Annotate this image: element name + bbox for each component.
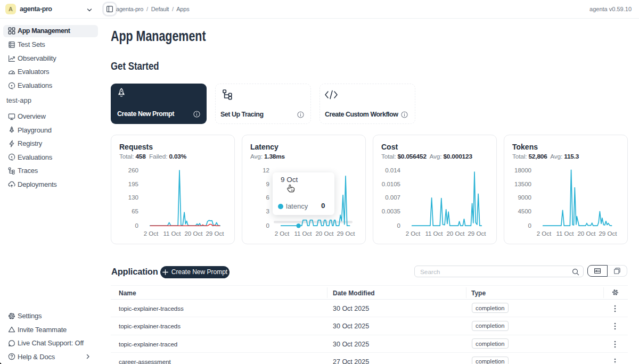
svg-text:0.0035: 0.0035 [382,208,400,214]
svg-text:0: 0 [397,222,400,229]
svg-text:65: 65 [132,208,138,214]
svg-text:2 Oct: 2 Oct [537,230,552,237]
svg-text:2 Oct: 2 Oct [144,230,159,237]
svg-text:0.007: 0.007 [385,194,400,201]
svg-text:0.014: 0.014 [385,167,400,173]
svg-text:4500: 4500 [518,208,531,214]
svg-text:0: 0 [528,222,531,229]
svg-text:2 Oct: 2 Oct [406,230,421,237]
svg-text:9: 9 [266,181,269,187]
svg-text:11 Oct: 11 Oct [556,230,574,237]
svg-text:29 Oct: 29 Oct [599,230,617,237]
svg-text:29 Oct: 29 Oct [337,230,355,237]
svg-text:0: 0 [135,222,138,229]
svg-text:0.0105: 0.0105 [382,181,400,187]
svg-text:6: 6 [266,194,269,201]
svg-text:260: 260 [128,167,138,173]
svg-text:29 Oct: 29 Oct [206,230,224,237]
svg-text:2 Oct: 2 Oct [275,230,290,237]
svg-text:0: 0 [266,222,269,229]
svg-text:13500: 13500 [514,181,531,187]
svg-text:11 Oct: 11 Oct [425,230,443,237]
svg-text:18000: 18000 [514,167,531,173]
svg-text:20 Oct: 20 Oct [577,230,596,237]
svg-text:3: 3 [266,208,269,214]
svg-text:20 Oct: 20 Oct [315,230,334,237]
svg-text:195: 195 [128,181,138,187]
svg-text:11 Oct: 11 Oct [294,230,312,237]
svg-text:20 Oct: 20 Oct [184,230,203,237]
svg-text:12: 12 [263,167,269,173]
svg-text:130: 130 [128,194,138,201]
svg-text:29 Oct: 29 Oct [468,230,486,237]
svg-text:20 Oct: 20 Oct [446,230,465,237]
svg-text:9000: 9000 [518,194,531,201]
svg-text:11 Oct: 11 Oct [163,230,181,237]
